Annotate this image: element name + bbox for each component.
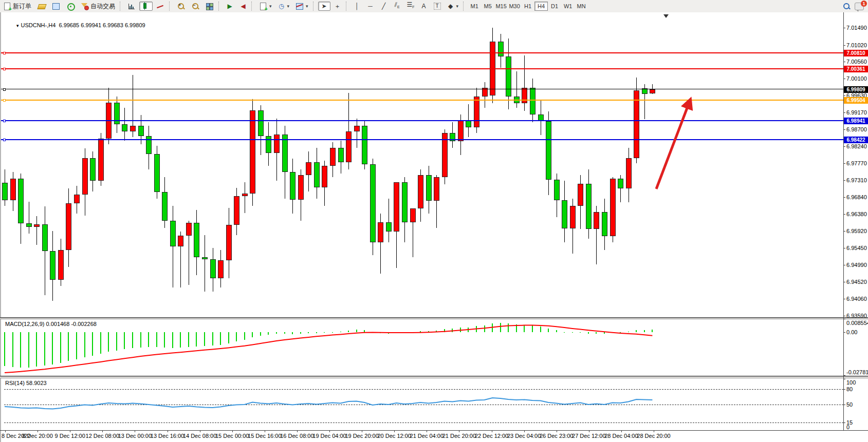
rsi-line	[5, 398, 652, 409]
indicator-lines-svg	[0, 0, 868, 442]
terminal-window: + 新订单 自动交易 + − ▶ ◀ +▾ ◷▾ ▾ ➤ ＋ │ ─ ╱ ⫽E …	[0, 0, 868, 442]
up-arrow-annotation[interactable]	[656, 103, 689, 189]
macd-signal-line	[5, 325, 652, 373]
